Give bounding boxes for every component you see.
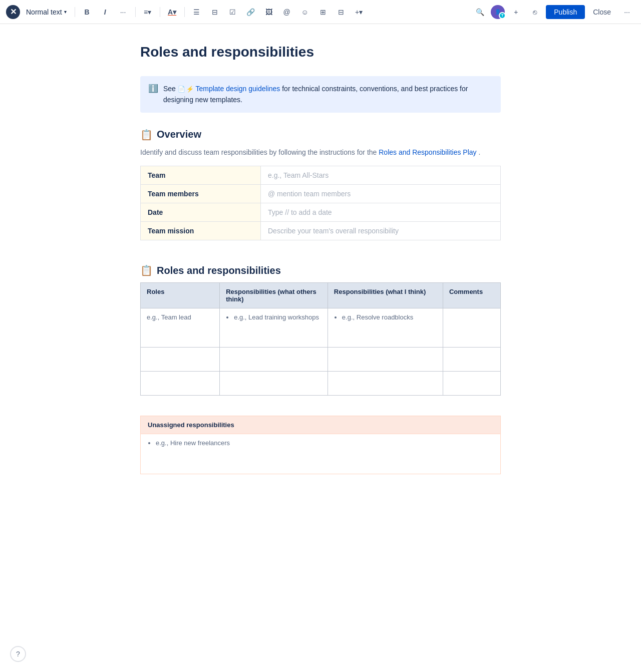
text-style-dropdown[interactable]: Normal text ▾ bbox=[22, 6, 71, 18]
col-header-roles: Roles bbox=[141, 283, 220, 308]
overview-row-label: Date bbox=[141, 203, 261, 222]
insert-more-button[interactable]: +▾ bbox=[351, 4, 367, 20]
toolbar-separator-2 bbox=[135, 7, 136, 17]
overview-row-label: Team bbox=[141, 166, 261, 185]
plus-icon: + bbox=[514, 8, 518, 16]
text-style-label: Normal text bbox=[26, 8, 62, 16]
table-row bbox=[141, 452, 501, 474]
col-header-others: Responsibilities (what others think) bbox=[220, 283, 328, 308]
ellipsis-icon: ··· bbox=[624, 8, 630, 16]
roles-section: 📋 Roles and responsibilities Roles Respo… bbox=[140, 264, 501, 396]
role-cell-empty-2[interactable] bbox=[141, 372, 220, 396]
unassigned-items-cell[interactable]: e.g., Hire new freelancers bbox=[141, 434, 501, 452]
table-row bbox=[141, 348, 501, 372]
roles-table: Roles Responsibilities (what others thin… bbox=[140, 282, 501, 396]
toolbar: ✕ Normal text ▾ B I ··· ≡▾ A▾ ☰ ⊟ ☑ 🔗 🖼 … bbox=[0, 0, 641, 24]
search-button[interactable]: 🔍 bbox=[472, 4, 488, 20]
toolbar-separator-3 bbox=[160, 7, 160, 17]
text-color-button[interactable]: A▾ bbox=[164, 4, 180, 20]
others-cell-empty-2[interactable] bbox=[220, 372, 328, 396]
toolbar-separator-4 bbox=[184, 7, 185, 17]
roles-emoji: 📋 bbox=[140, 264, 153, 276]
template-guidelines-link[interactable]: Template design guidelines bbox=[195, 85, 280, 93]
more-options-button[interactable]: ··· bbox=[619, 4, 635, 20]
italic-button[interactable]: I bbox=[97, 4, 113, 20]
mine-cell-empty[interactable] bbox=[328, 348, 443, 372]
unassigned-empty-cell[interactable] bbox=[141, 452, 501, 474]
overview-row-value[interactable]: Type // to add a date bbox=[261, 203, 501, 222]
unassigned-table: Unassigned responsibilities e.g., Hire n… bbox=[140, 416, 501, 474]
chevron-down-icon: ▾ bbox=[64, 9, 67, 15]
overview-row-value[interactable]: @ mention team members bbox=[261, 185, 501, 203]
page-icon: 📄 bbox=[178, 85, 185, 94]
align-button[interactable]: ≡▾ bbox=[140, 4, 156, 20]
overview-row-label: Team members bbox=[141, 185, 261, 203]
roles-table-header-row: Roles Responsibilities (what others thin… bbox=[141, 283, 501, 308]
comments-cell-empty[interactable] bbox=[443, 348, 500, 372]
overview-table: Team e.g., Team All-Stars Team members @… bbox=[140, 166, 501, 240]
role-cell-empty[interactable] bbox=[141, 348, 220, 372]
overview-emoji: 📋 bbox=[140, 129, 153, 141]
roles-heading: 📋 Roles and responsibilities bbox=[140, 264, 501, 276]
unassigned-section: Unassigned responsibilities e.g., Hire n… bbox=[140, 416, 501, 474]
overview-heading: 📋 Overview bbox=[140, 129, 501, 141]
toolbar-right: 🔍 👤 T + ⎋ Publish Close ··· bbox=[472, 4, 635, 20]
mine-cell-empty-2[interactable] bbox=[328, 372, 443, 396]
more-formatting-button[interactable]: ··· bbox=[115, 4, 131, 20]
table-row: e.g., Team lead e.g., Lead training work… bbox=[141, 308, 501, 348]
overview-description: Identify and discuss team responsibiliti… bbox=[140, 147, 501, 158]
roles-play-link[interactable]: Roles and Responsibilities Play bbox=[379, 148, 476, 156]
table-row: Team members @ mention team members bbox=[141, 185, 501, 203]
image-button[interactable]: 🖼 bbox=[261, 4, 277, 20]
table-row: Team e.g., Team All-Stars bbox=[141, 166, 501, 185]
share-button[interactable]: ⎋ bbox=[527, 4, 543, 20]
add-collaborator-button[interactable]: + bbox=[508, 4, 524, 20]
bullet-list-button[interactable]: ☰ bbox=[189, 4, 205, 20]
table-row: e.g., Hire new freelancers bbox=[141, 434, 501, 452]
comments-cell-empty-2[interactable] bbox=[443, 372, 500, 396]
col-header-mine: Responsibilities (what I think) bbox=[328, 283, 443, 308]
overview-row-label: Team mission bbox=[141, 222, 261, 240]
table-row bbox=[141, 372, 501, 396]
role-cell[interactable]: e.g., Team lead bbox=[141, 308, 220, 348]
table-button[interactable]: ⊞ bbox=[315, 4, 331, 20]
table-row: Date Type // to add a date bbox=[141, 203, 501, 222]
unassigned-header-row: Unassigned responsibilities bbox=[141, 416, 501, 434]
others-cell-empty[interactable] bbox=[220, 348, 328, 372]
overview-row-value[interactable]: e.g., Team All-Stars bbox=[261, 166, 501, 185]
share-icon: ⎋ bbox=[533, 8, 537, 16]
user-avatar-container: 👤 T bbox=[491, 5, 505, 19]
info-text: See 📄 ⚡ Template design guidelines for t… bbox=[163, 83, 493, 106]
task-list-button[interactable]: ☑ bbox=[225, 4, 241, 20]
unassigned-header: Unassigned responsibilities bbox=[141, 416, 501, 434]
overview-section: 📋 Overview Identify and discuss team res… bbox=[140, 129, 501, 240]
comments-cell[interactable] bbox=[443, 308, 500, 348]
page-content: Roles and responsibilities ℹ️ See 📄 ⚡ Te… bbox=[130, 24, 511, 514]
mine-responsibilities-cell[interactable]: e.g., Resolve roadblocks bbox=[328, 308, 443, 348]
publish-button[interactable]: Publish bbox=[546, 5, 585, 19]
numbered-list-button[interactable]: ⊟ bbox=[207, 4, 223, 20]
table-row: Team mission Describe your team's overal… bbox=[141, 222, 501, 240]
toolbar-separator-1 bbox=[75, 7, 75, 17]
info-box: ℹ️ See 📄 ⚡ Template design guidelines fo… bbox=[140, 76, 501, 113]
page-title: Roles and responsibilities bbox=[140, 44, 501, 60]
col-header-comments: Comments bbox=[443, 283, 500, 308]
others-responsibilities-cell[interactable]: e.g., Lead training workshops bbox=[220, 308, 328, 348]
avatar-badge: T bbox=[499, 12, 506, 19]
close-button[interactable]: Close bbox=[588, 5, 616, 19]
search-icon: 🔍 bbox=[476, 8, 484, 16]
mention-button[interactable]: @ bbox=[279, 4, 295, 20]
layout-button[interactable]: ⊟ bbox=[333, 4, 349, 20]
bold-button[interactable]: B bbox=[79, 4, 95, 20]
link-button[interactable]: 🔗 bbox=[243, 4, 259, 20]
overview-row-value[interactable]: Describe your team's overall responsibil… bbox=[261, 222, 501, 240]
template-icon: ⚡ bbox=[186, 85, 194, 94]
app-logo: ✕ bbox=[6, 5, 20, 19]
emoji-button[interactable]: ☺ bbox=[297, 4, 313, 20]
info-icon: ℹ️ bbox=[148, 84, 158, 93]
